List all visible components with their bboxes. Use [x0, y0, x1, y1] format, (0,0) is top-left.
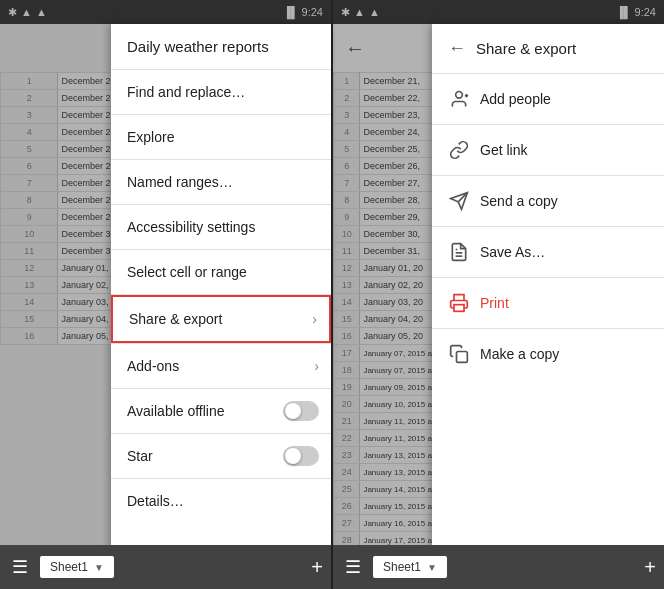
- sheet-tab-left[interactable]: Sheet1 ▼: [40, 556, 114, 578]
- menu-item-send-copy[interactable]: Send a copy: [432, 176, 664, 226]
- menu-item-add-people[interactable]: Add people: [432, 74, 664, 124]
- menu-item-label: Explore: [127, 129, 174, 145]
- menu-item-label: Make a copy: [480, 346, 559, 362]
- menu-item-label: Share & export: [129, 311, 222, 327]
- toggle-knob: [285, 403, 301, 419]
- menu-item-star[interactable]: Star: [111, 434, 331, 478]
- menu-item-label: Send a copy: [480, 193, 558, 209]
- menu-item-label: Named ranges…: [127, 174, 233, 190]
- menu-item-explore[interactable]: Explore: [111, 115, 331, 159]
- svg-rect-8: [457, 352, 468, 363]
- menu-item-make-copy[interactable]: Make a copy: [432, 329, 664, 379]
- menu-item-label: Add people: [480, 91, 551, 107]
- chevron-down-icon: ▼: [94, 562, 104, 573]
- chevron-right-icon: ›: [314, 358, 319, 374]
- menu-item-available-offline[interactable]: Available offline: [111, 389, 331, 433]
- hamburger-icon-right[interactable]: ☰: [341, 552, 365, 582]
- menu-item-named-ranges[interactable]: Named ranges…: [111, 160, 331, 204]
- print-label: Print: [480, 295, 509, 311]
- menu-item-select-cell[interactable]: Select cell or range: [111, 250, 331, 294]
- bottom-bar-right: ☰ Sheet1 ▼ +: [333, 545, 664, 589]
- right-menu-header: ← Share & export: [432, 24, 664, 73]
- sheet-tab-right[interactable]: Sheet1 ▼: [373, 556, 447, 578]
- bottom-bar-left: ☰ Sheet1 ▼ +: [0, 545, 331, 589]
- hamburger-icon[interactable]: ☰: [8, 552, 32, 582]
- left-panel: ✱ ▲ ▲ ▐▌ 9:24 1 December 21, 0 2 Decembe…: [0, 0, 331, 589]
- add-sheet-icon[interactable]: +: [311, 556, 323, 579]
- sheet-tab-label-right: Sheet1: [383, 560, 421, 574]
- menu-item-label: Select cell or range: [127, 264, 247, 280]
- send-icon: [448, 190, 470, 212]
- menu-item-label: Get link: [480, 142, 527, 158]
- menu-item-details[interactable]: Details…: [111, 479, 331, 523]
- svg-rect-7: [454, 305, 464, 312]
- menu-item-find-replace[interactable]: Find and replace…: [111, 70, 331, 114]
- menu-item-label: Add-ons: [127, 358, 179, 374]
- menu-item-save-as[interactable]: Save As…: [432, 227, 664, 277]
- add-person-icon: [448, 88, 470, 110]
- chevron-right-icon: ›: [312, 311, 317, 327]
- print-icon: [448, 292, 470, 314]
- menu-item-label: Star: [127, 448, 153, 464]
- menu-header-left: Daily weather reports: [111, 24, 331, 70]
- menu-item-accessibility[interactable]: Accessibility settings: [111, 205, 331, 249]
- menu-item-get-link[interactable]: Get link: [432, 125, 664, 175]
- save-as-icon: [448, 241, 470, 263]
- right-panel: ✱ ▲ ▲ ▐▌ 9:24 ← 1 December 21, 0 2 Decem…: [333, 0, 664, 589]
- menu-item-label: Available offline: [127, 403, 225, 419]
- left-menu-panel: Daily weather reports Find and replace… …: [111, 24, 331, 589]
- copy-icon: [448, 343, 470, 365]
- menu-item-label: Save As…: [480, 244, 545, 260]
- right-share-export-menu: ← Share & export Add people: [432, 24, 664, 589]
- share-export-title: Share & export: [476, 40, 576, 57]
- menu-item-label: Accessibility settings: [127, 219, 255, 235]
- menu-item-add-ons[interactable]: Add-ons ›: [111, 344, 331, 388]
- link-icon: [448, 139, 470, 161]
- back-arrow-menu[interactable]: ←: [448, 38, 466, 59]
- add-sheet-icon-right[interactable]: +: [644, 556, 656, 579]
- toggle-available-offline[interactable]: [283, 401, 319, 421]
- menu-item-label: Find and replace…: [127, 84, 245, 100]
- menu-item-print[interactable]: Print: [432, 278, 664, 328]
- menu-item-share-export[interactable]: Share & export ›: [111, 295, 331, 343]
- chevron-down-icon-right: ▼: [427, 562, 437, 573]
- menu-item-label: Details…: [127, 493, 184, 509]
- toggle-knob: [285, 448, 301, 464]
- sheet-tab-label: Sheet1: [50, 560, 88, 574]
- toggle-star[interactable]: [283, 446, 319, 466]
- svg-point-0: [456, 92, 463, 99]
